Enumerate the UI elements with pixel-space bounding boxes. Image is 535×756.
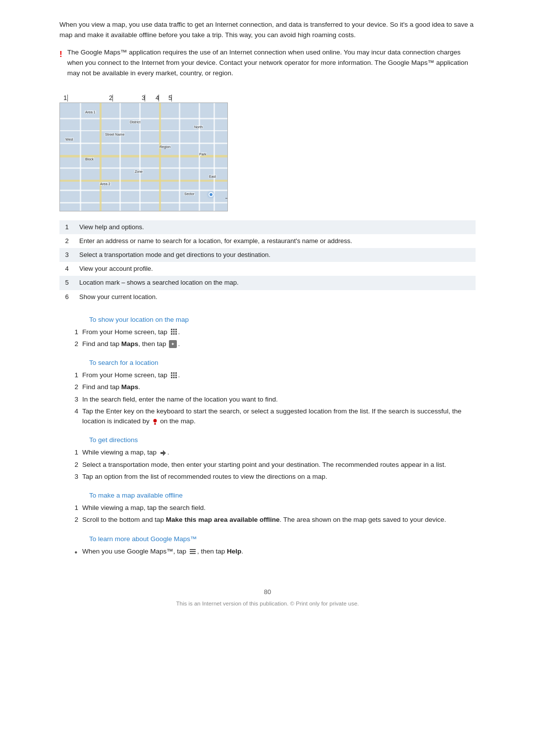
callout-line-4 [159, 95, 159, 101]
desc-text-2: Enter an address or name to search for a… [74, 234, 476, 248]
search-step-4: 4 Tap the Enter key on the keyboard to s… [59, 406, 476, 427]
pin-icon [153, 418, 158, 425]
svg-rect-12 [171, 374, 172, 376]
svg-rect-4 [173, 331, 174, 333]
search-step-2: 2 Find and tap Maps. [59, 382, 476, 392]
current-location-dot [209, 192, 214, 197]
search-step-3: 3 In the search field, enter the name of… [59, 395, 476, 404]
desc-text-6: Show your current location. [74, 290, 476, 304]
grid-icon-2 [170, 372, 177, 379]
svg-rect-11 [175, 372, 177, 374]
desc-text-1: View help and options. [74, 220, 476, 234]
show-location-step-1: 1 From your Home screen, tap [59, 327, 476, 337]
svg-rect-14 [175, 374, 177, 376]
section-show-location-heading: To show your location on the map [59, 316, 476, 323]
svg-rect-17 [175, 377, 177, 378]
page: When you view a map, you use data traffi… [0, 0, 535, 756]
callout-line-2 [112, 95, 113, 101]
directions-step-1: 1 While viewing a map, tap . [59, 448, 476, 457]
svg-rect-5 [175, 331, 177, 333]
warning-block: ! The Google Maps™ application requires … [59, 48, 476, 79]
offline-map-list: 1 While viewing a map, tap the search fi… [59, 503, 476, 525]
callout-line-1 [67, 95, 68, 101]
section-get-directions-heading: To get directions [59, 436, 476, 444]
desc-num-3: 3 [59, 248, 74, 262]
search-step-1: 1 From your Home screen, tap [59, 370, 476, 380]
svg-rect-21 [190, 551, 196, 552]
svg-rect-9 [171, 372, 172, 374]
desc-num-2: 2 [59, 234, 74, 248]
section-search-location-heading: To search for a location [59, 359, 476, 366]
show-location-step-2: 2 Find and tap Maps, then tap ✦. [59, 339, 476, 349]
callout-6-label: 6 [225, 195, 228, 202]
svg-marker-19 [160, 450, 166, 456]
svg-rect-10 [173, 372, 174, 374]
get-directions-list: 1 While viewing a map, tap . 2 Select a … [59, 448, 476, 482]
desc-text-3: Select a transportation mode and get dir… [74, 248, 476, 262]
svg-rect-3 [171, 331, 172, 333]
callout-1: 1 [63, 94, 67, 101]
svg-rect-16 [173, 377, 174, 378]
directions-icon [160, 450, 166, 456]
section-offline-map-heading: To make a map available offline [59, 492, 476, 499]
offline-step-1: 1 While viewing a map, tap the search fi… [59, 503, 476, 513]
svg-point-18 [153, 419, 157, 422]
offline-step-2: 2 Scroll to the bottom and tap Make this… [59, 515, 476, 525]
search-location-list: 1 From your Home screen, tap [59, 370, 476, 426]
learn-more-item-1: • When you use Google Maps™, tap , then … [59, 547, 476, 558]
desc-table: 1View help and options.2Enter an address… [59, 220, 476, 304]
svg-rect-15 [171, 377, 172, 378]
directions-step-3: 3 Tap an option from the list of recomme… [59, 472, 476, 482]
svg-rect-20 [190, 549, 196, 550]
svg-rect-1 [173, 329, 174, 330]
map-image: Area 1 District Street Name Region Block… [59, 102, 228, 211]
callout-line-5 [171, 95, 172, 101]
desc-num-6: 6 [59, 290, 74, 304]
directions-step-2: 2 Select a transportation mode, then ent… [59, 460, 476, 470]
desc-text-5: Location mark – shows a searched locatio… [74, 276, 476, 290]
desc-num-1: 1 [59, 220, 74, 234]
warning-icon: ! [59, 48, 62, 61]
svg-rect-6 [171, 333, 172, 335]
svg-rect-8 [175, 333, 177, 335]
desc-num-4: 4 [59, 262, 74, 276]
desc-num-5: 5 [59, 276, 74, 290]
map-container: 1 2 3 4 5 [59, 88, 228, 211]
svg-rect-7 [173, 333, 174, 335]
desc-text-4: View your account profile. [74, 262, 476, 276]
page-footer: This is an Internet version of this publ… [59, 601, 476, 606]
callout-line-3 [145, 95, 145, 101]
warning-text: The Google Maps™ application requires th… [67, 48, 476, 79]
intro-paragraph1: When you view a map, you use data traffi… [59, 20, 476, 41]
svg-rect-0 [171, 329, 172, 330]
map-callouts: 1 2 3 4 5 [59, 88, 228, 101]
grid-icon-1 [170, 328, 177, 335]
svg-rect-13 [173, 374, 174, 376]
menu-icon [189, 548, 196, 555]
page-number: 80 [59, 588, 476, 596]
section-learn-more-heading: To learn more about Google Maps™ [59, 535, 476, 543]
compass-icon: ✦ [169, 340, 177, 348]
show-location-list: 1 From your Home screen, tap [59, 327, 476, 350]
learn-more-list: • When you use Google Maps™, tap , then … [59, 547, 476, 558]
svg-rect-22 [190, 553, 196, 554]
svg-rect-2 [175, 329, 177, 330]
